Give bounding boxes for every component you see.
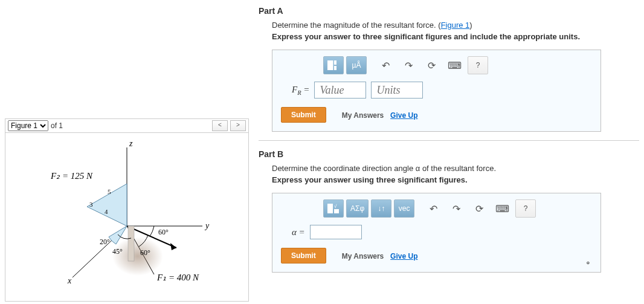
figure-next-button[interactable]: > [230,120,246,131]
svg-text:3: 3 [89,201,93,208]
svg-rect-8 [128,226,134,261]
svg-rect-23 [334,66,336,70]
fr-label: FR = [292,85,309,96]
part-b-prompt: Determine the coordinate direction angle… [272,164,639,173]
help-button[interactable]: ? [515,199,536,218]
degree-symbol: ∘ [585,257,591,267]
symbols-button[interactable]: ΑΣφ [346,199,369,218]
alpha-label: α = [292,227,305,238]
reset-button[interactable]: ⟳ [469,199,489,218]
svg-text:20°: 20° [100,238,110,246]
give-up-link[interactable]: Give Up [390,252,417,260]
templates-button[interactable] [323,56,344,74]
keyboard-button[interactable]: ⌨ [444,56,465,74]
svg-rect-22 [334,60,336,65]
part-a-button-row: Submit My Answers Give Up [281,107,592,123]
part-a-instruction: Express your answer to three significant… [272,32,639,41]
submit-button[interactable]: Submit [281,248,326,264]
svg-text:60°: 60° [140,248,150,257]
submit-button[interactable]: Submit [281,107,326,123]
part-a-answer-box: µÅ ↶ ↷ ⟳ ⌨ ? FR = Submit My Answers [272,50,601,132]
undo-button[interactable]: ↶ [375,56,396,74]
part-b-toolbar: √ ΑΣφ ↓↑ vec ↶ ↷ ⟳ ⌨ ? [323,199,592,218]
figure-prev-button[interactable]: < [212,120,228,131]
svg-point-7 [112,237,163,276]
keyboard-button[interactable]: ⌨ [492,199,513,218]
redo-button[interactable]: ↷ [398,56,419,74]
subscript-button[interactable]: ↓↑ [371,199,391,218]
my-answers-label: My Answers [342,111,384,120]
svg-marker-6 [87,184,127,226]
svg-text:F₁ = 400 N: F₁ = 400 N [156,273,199,282]
part-b-instruction: Express your answer using three signific… [272,175,639,184]
part-b-button-row: Submit My Answers Give Up [281,248,592,264]
redo-button[interactable]: ↷ [446,199,466,218]
svg-text:x: x [67,276,72,285]
alpha-input[interactable] [310,225,362,239]
part-b-title: Part B [259,149,639,159]
figure-nav-bar: Figure 1 of 1 < > [5,118,249,132]
undo-button[interactable]: ↶ [423,199,443,218]
questions-panel: Part A Determine the magnitude of the re… [254,0,644,302]
svg-text:4: 4 [105,208,108,215]
help-button[interactable]: ? [468,56,488,74]
svg-rect-26 [334,209,339,213]
svg-marker-5 [170,243,176,250]
figure-select[interactable]: Figure 1 [8,120,48,131]
svg-text:√: √ [334,204,337,209]
separator [259,140,639,141]
value-input[interactable] [314,82,366,99]
figure-link[interactable]: Figure 1 [441,21,470,30]
units-input[interactable] [371,82,423,99]
part-a-toolbar: µÅ ↶ ↷ ⟳ ⌨ ? [323,56,592,74]
figure-canvas: z y x F₂ = 125 N F₁ = 400 N 20° 45° 60° … [5,132,249,302]
part-a-answer-line: FR = [292,82,592,99]
svg-rect-21 [327,60,333,70]
my-answers-label: My Answers [342,252,384,260]
vector-button[interactable]: vec [394,199,414,218]
part-a-title: Part A [259,6,639,16]
svg-text:z: z [129,139,133,148]
templates-button[interactable]: √ [323,199,344,218]
svg-text:F₂ = 125 N: F₂ = 125 N [50,171,93,181]
svg-text:5: 5 [108,188,111,195]
svg-text:60°: 60° [158,228,169,236]
figure-count-text: of 1 [51,121,63,130]
give-up-link[interactable]: Give Up [390,111,417,120]
svg-text:45°: 45° [112,247,123,256]
part-b-answer-line: α = [292,225,592,239]
figure-svg: z y x F₂ = 125 N F₁ = 400 N 20° 45° 60° … [12,135,242,299]
part-b-answer-box: √ ΑΣφ ↓↑ vec ↶ ↷ ⟳ ⌨ ? α = ∘ [272,193,601,273]
units-style-button[interactable]: µÅ [346,56,367,74]
reset-button[interactable]: ⟳ [421,56,442,74]
figure-panel: Figure 1 of 1 < > [0,0,254,302]
svg-text:y: y [204,221,210,230]
svg-rect-24 [327,204,333,213]
part-a-prompt: Determine the magnitude of the resultant… [272,21,639,30]
